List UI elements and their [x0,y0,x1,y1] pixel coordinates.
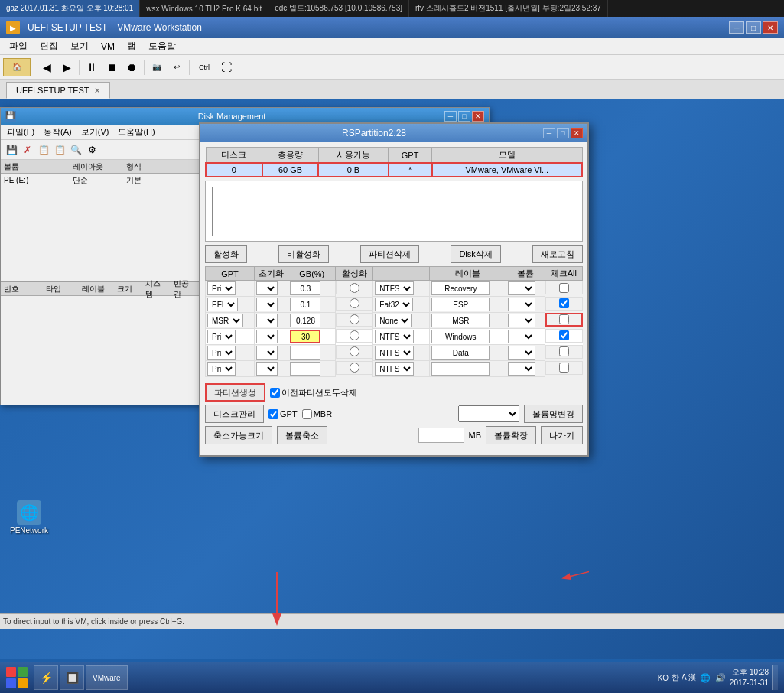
disk-tb-icon5[interactable]: 🔍 [68,142,83,158]
shrink-possible-button[interactable]: 축소가능크기 [205,426,272,444]
row5-init-select[interactable] [256,362,278,376]
row2-init-select[interactable] [256,314,278,327]
toolbar-fullscreen-button[interactable]: ⛶ [217,58,236,76]
row4-check[interactable] [559,346,569,356]
row3-gpt-select[interactable]: Pri [207,330,236,343]
delete-all-checkbox[interactable] [270,388,280,398]
menu-view[interactable]: 보기 [64,38,95,54]
generate-partition-button[interactable]: 파티션생성 [205,383,265,402]
desktop-icon-penetwork[interactable]: 🌐 PENetwork [6,497,52,538]
row0-check[interactable] [559,283,569,293]
row4-vol-select[interactable] [508,346,535,360]
row2-gpt-select[interactable]: MSR [207,314,243,327]
disk-tb-icon4[interactable]: 📋 [52,142,67,158]
disk-tb-icon3[interactable]: 📋 [36,142,51,158]
exit-button[interactable]: 나가기 [541,426,583,444]
row4-active-radio[interactable] [350,346,359,356]
refresh-button[interactable]: 새로고침 [532,245,583,263]
disk-menu-view[interactable]: 보기(V) [78,126,112,138]
taskbar-item-rfv[interactable]: rfv 스레시홀드2 버전1511 [출시년월] 부팅:2일23:52:37 [409,0,608,17]
rspart-maximize[interactable]: □ [557,128,569,138]
row5-gb-input[interactable] [290,362,320,376]
row5-fs-select[interactable]: NTFS [375,362,414,376]
row2-fs-select[interactable]: None [375,314,412,327]
row4-gb-input[interactable] [290,346,320,360]
menu-tabs[interactable]: 탭 [121,38,142,54]
disk-management-button[interactable]: 디스크관리 [205,405,264,423]
row0-gpt-select[interactable]: Pri [207,281,236,295]
row0-fs-select[interactable]: NTFS [375,281,414,295]
volume-dropdown[interactable] [458,405,519,422]
row2-label-input[interactable] [431,314,490,327]
disk-tb-icon2[interactable]: ✗ [20,142,35,158]
mb-input[interactable] [418,428,464,443]
mbr-checkbox[interactable] [302,409,312,419]
taskbar-vmware-app[interactable]: VMware [86,665,128,690]
disk-menu-help[interactable]: 도움말(H) [115,126,158,138]
row2-vol-select[interactable] [508,314,535,327]
taskbar-cortana-icon[interactable]: 🔲 [60,665,84,690]
row4-label-input[interactable] [431,346,490,360]
gpt-checkbox-label[interactable]: GPT [268,409,298,419]
toolbar-home-button[interactable]: 🏠 [3,58,31,76]
taskbar-search-icon[interactable]: ⚡ [34,665,58,690]
disk-tb-icon1[interactable]: 💾 [4,142,19,158]
close-button[interactable]: ✕ [763,21,778,34]
toolbar-send-ctrl-button[interactable]: Ctrl [193,58,216,76]
row4-fs-select[interactable]: NTFS [375,346,414,360]
row1-fs-select[interactable]: Fat32 [375,298,413,311]
row3-active-radio[interactable] [350,330,359,340]
start-button[interactable] [3,665,31,690]
delete-all-checkbox-label[interactable]: 이전파티션모두삭제 [270,387,357,399]
row3-gb-input[interactable] [290,330,320,343]
volume-row[interactable]: PE (E:) 단순 기본 [1,174,199,187]
vol-expand-button[interactable]: 볼륨확장 [486,426,536,444]
toolbar-back-button[interactable]: ◀ [37,58,56,76]
row0-vol-select[interactable] [508,281,535,295]
row1-check[interactable] [559,298,569,308]
rspart-close[interactable]: ✕ [571,128,583,138]
disk-menu-action[interactable]: 동작(A) [41,126,75,138]
row1-gpt-select[interactable]: EFI [207,298,238,311]
row2-gb-input[interactable] [290,314,320,327]
main-area[interactable]: 🌐 PENetwork 💾 Disk Management ─ □ ✕ [0,99,784,659]
row3-label-input[interactable] [431,330,490,343]
vol-rename-button[interactable]: 볼륨명변경 [524,405,583,423]
row1-active-radio[interactable] [350,298,359,308]
delete-disk-button[interactable]: Disk삭제 [451,245,500,263]
taskbar-item-gaz[interactable]: gaz 2017.01.31 화요일 오후 10:28:01 [0,0,140,17]
toolbar-record-button[interactable]: ⏺ [122,58,141,76]
maximize-button[interactable]: □ [746,21,761,34]
row5-check[interactable] [559,363,569,373]
activate-button[interactable]: 활성화 [205,245,247,263]
row4-init-select[interactable] [256,346,278,360]
row3-fs-select[interactable]: NTFS [375,330,414,343]
row2-active-radio[interactable] [350,314,359,324]
mbr-checkbox-label[interactable]: MBR [302,409,332,419]
menu-help[interactable]: 도움말 [142,38,182,54]
disk-td-num[interactable]: 0 [206,163,262,177]
toolbar-pause-button[interactable]: ⏸ [83,58,101,76]
taskbar-item-wsx[interactable]: wsx Windows 10 TH2 Pro K 64 bit [140,0,268,17]
row3-vol-select[interactable] [508,330,535,343]
disk-tb-icon6[interactable]: ⚙ [84,142,99,158]
delete-partition-button[interactable]: 파티션삭제 [360,245,419,263]
disk-mgmt-minimize[interactable]: ─ [444,111,457,122]
row2-check[interactable] [559,314,569,324]
show-desktop-button[interactable] [772,665,778,690]
menu-edit[interactable]: 편집 [34,38,64,54]
row3-init-select[interactable] [256,330,278,343]
disk-mgmt-maximize[interactable]: □ [458,111,470,122]
toolbar-forward-button[interactable]: ▶ [57,58,76,76]
row0-active-radio[interactable] [350,283,359,293]
toolbar-revert-button[interactable]: ↩ [168,58,186,76]
row5-label-input[interactable] [431,362,490,376]
row1-vol-select[interactable] [508,298,535,311]
taskbar-item-edc[interactable]: edc 빌드:10586.753 [10.0.10586.753] [268,0,409,17]
row4-gpt-select[interactable]: Pri [207,346,236,360]
row1-gb-input[interactable] [290,298,320,311]
menu-file[interactable]: 파일 [3,38,34,54]
disk-mgmt-close[interactable]: ✕ [472,111,484,122]
deactivate-button[interactable]: 비활성화 [278,245,329,263]
row1-init-select[interactable] [256,298,278,311]
